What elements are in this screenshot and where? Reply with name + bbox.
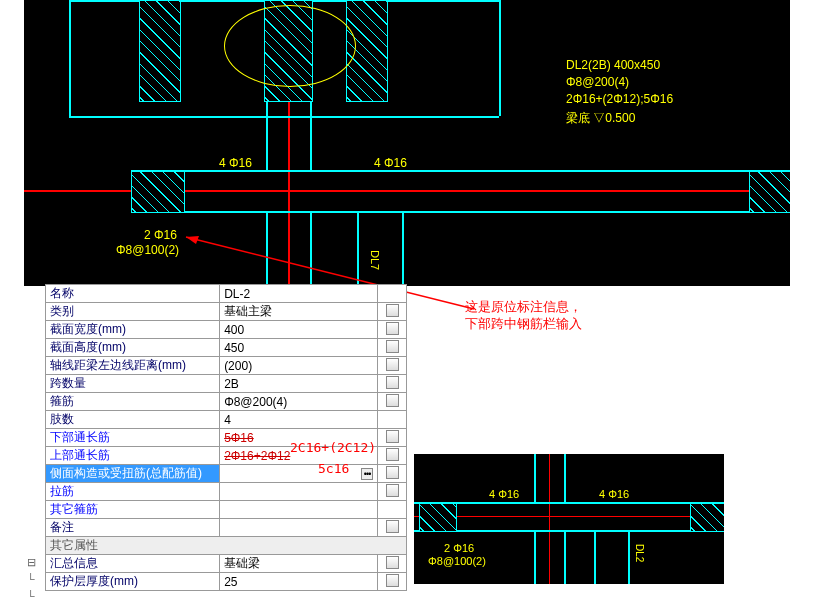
value-memo[interactable]	[220, 519, 378, 537]
mini-t2: 4 Φ16	[599, 488, 629, 500]
chk-h[interactable]	[386, 340, 399, 353]
label-side: 侧面构造或受扭筋(总配筋值)	[46, 465, 220, 483]
chk-memo[interactable]	[386, 520, 399, 533]
row-side-selected[interactable]: 侧面构造或受扭筋(总配筋值)•••	[46, 465, 407, 483]
col-hatch-1	[139, 0, 181, 102]
label-w: 截面宽度(mm)	[46, 321, 220, 339]
tree-node-2: └	[27, 590, 35, 600]
value-w[interactable]: 400	[220, 321, 378, 339]
row-name[interactable]: 名称DL-2	[46, 285, 407, 303]
value-tie[interactable]	[220, 483, 378, 501]
row-sum[interactable]: 汇总信息基础梁	[46, 555, 407, 573]
value-stir[interactable]: Φ8@200(4)	[220, 393, 378, 411]
value-off[interactable]: (200)	[220, 357, 378, 375]
strike-top: 2Φ16+2Φ12	[224, 449, 290, 463]
note-line2: 下部跨中钢筋栏输入	[465, 315, 582, 333]
chk-span[interactable]	[386, 376, 399, 389]
label-top1: 4 Φ16	[219, 156, 252, 170]
mini-cl	[534, 454, 536, 502]
label-stir: 箍筋	[46, 393, 220, 411]
beam-top	[131, 170, 790, 172]
value-leg[interactable]: 4	[220, 411, 378, 429]
ellipsis-button[interactable]: •••	[361, 468, 373, 480]
value-side[interactable]: •••	[220, 465, 378, 483]
label-bot2: Φ8@100(2)	[116, 243, 179, 257]
mini-b2: Φ8@100(2)	[428, 555, 486, 567]
mini-t1: 4 Φ16	[489, 488, 519, 500]
row-w[interactable]: 截面宽度(mm)400	[46, 321, 407, 339]
chk-tie[interactable]	[386, 484, 399, 497]
label-bot1: 2 Φ16	[144, 228, 177, 242]
chk-off[interactable]	[386, 358, 399, 371]
chk-stir[interactable]	[386, 394, 399, 407]
chk-bot[interactable]	[386, 430, 399, 443]
mini-hatch-l	[419, 503, 457, 532]
value-name[interactable]: DL-2	[220, 285, 378, 303]
value-h[interactable]: 450	[220, 339, 378, 357]
label-tie: 拉筋	[46, 483, 220, 501]
wall-bot1	[69, 116, 499, 118]
value-span[interactable]: 2B	[220, 375, 378, 393]
value-ostir[interactable]	[220, 501, 378, 519]
mini-bt	[414, 502, 724, 504]
row-leg[interactable]: 肢数4	[46, 411, 407, 429]
mini-b2r	[628, 530, 630, 584]
label-cov: 保护层厚度(mm)	[46, 573, 220, 591]
chk-cat[interactable]	[386, 304, 399, 317]
mini-axis-h	[414, 516, 724, 517]
end-hatch-l	[131, 171, 185, 213]
value-cov[interactable]: 25	[220, 573, 378, 591]
mini-b2l	[594, 530, 596, 584]
label-top2: 4 Φ16	[374, 156, 407, 170]
label-span: 跨数量	[46, 375, 220, 393]
red-annot-1: 2C16+(2C12)	[290, 440, 376, 455]
row-h[interactable]: 截面高度(mm)450	[46, 339, 407, 357]
row-grp[interactable]: 其它属性	[46, 537, 407, 555]
row-off[interactable]: 轴线距梁左边线距离(mm)(200)	[46, 357, 407, 375]
row-cov[interactable]: 保护层厚度(mm)25	[46, 573, 407, 591]
label-h: 截面高度(mm)	[46, 339, 220, 357]
label-memo: 备注	[46, 519, 220, 537]
label-off: 轴线距梁左边线距离(mm)	[46, 357, 220, 375]
label-bot: 下部通长筋	[46, 429, 220, 447]
chk-w[interactable]	[386, 322, 399, 335]
row-cat[interactable]: 类别基础主梁	[46, 303, 407, 321]
mini-cl2	[534, 530, 536, 584]
label-sum: 汇总信息	[46, 555, 220, 573]
row-stir[interactable]: 箍筋Φ8@200(4)	[46, 393, 407, 411]
chk-sum[interactable]	[386, 556, 399, 569]
tree-toggle-1[interactable]: ⊟	[27, 556, 36, 569]
value-sum[interactable]: 基础梁	[220, 555, 378, 573]
strike-bot: 5Φ16	[224, 431, 254, 445]
end-hatch-r	[749, 171, 790, 213]
row-tie[interactable]: 拉筋	[46, 483, 407, 501]
mini-hatch-r	[690, 503, 724, 532]
mini-cr2	[564, 530, 566, 584]
tree-node-1: └	[27, 573, 35, 585]
property-grid[interactable]: 名称DL-2 类别基础主梁 截面宽度(mm)400 截面高度(mm)450 轴线…	[45, 284, 407, 591]
chk-cov[interactable]	[386, 574, 399, 587]
beam2-l	[357, 211, 359, 286]
value-cat[interactable]: 基础主梁	[220, 303, 378, 321]
beam-bot	[131, 211, 790, 213]
annot-3: 2Φ16+(2Φ12);5Φ16	[566, 92, 673, 106]
label-leg: 肢数	[46, 411, 220, 429]
label-ostir: 其它箍筋	[46, 501, 220, 519]
wall-r	[499, 0, 501, 116]
chk-side[interactable]	[386, 466, 399, 479]
annot-2: Φ8@200(4)	[566, 75, 629, 89]
label-top: 上部通长筋	[46, 447, 220, 465]
cad-viewport[interactable]: 4 Φ16 4 Φ16 2 Φ16 Φ8@100(2) DL7 DL2(2B) …	[24, 0, 790, 286]
col-r2	[310, 211, 312, 286]
row-ostir[interactable]: 其它箍筋	[46, 501, 407, 519]
mini-preview[interactable]: 4 Φ16 4 Φ16 2 Φ16 Φ8@100(2) DL2	[414, 454, 724, 584]
row-memo[interactable]: 备注	[46, 519, 407, 537]
row-span[interactable]: 跨数量2B	[46, 375, 407, 393]
label-cat: 类别	[46, 303, 220, 321]
group-other[interactable]: 其它属性	[46, 537, 407, 555]
col-l2	[266, 211, 268, 286]
mini-b1: 2 Φ16	[444, 542, 474, 554]
chk-top[interactable]	[386, 448, 399, 461]
mini-axis-v	[549, 454, 550, 584]
mini-cr	[564, 454, 566, 502]
